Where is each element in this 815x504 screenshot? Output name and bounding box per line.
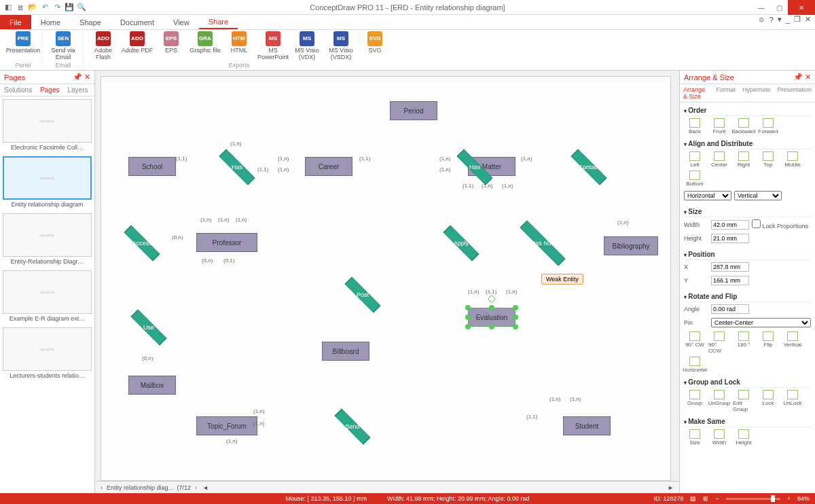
relation-access[interactable]: Access [122, 233, 162, 253]
rotate-handle[interactable] [488, 295, 495, 302]
ribbon-btn-svg[interactable]: SVGSVG [359, 31, 391, 61]
tab-shape[interactable]: Shape [70, 15, 111, 29]
align-bottom[interactable]: Bottom [684, 170, 706, 187]
ribbon-btn-eps[interactable]: EPSEPS [155, 31, 187, 61]
minimize-button[interactable]: — [753, 0, 770, 15]
selection-handle[interactable] [513, 305, 518, 310]
relation-post[interactable]: Post [342, 285, 383, 305]
relation-has1[interactable]: Has [217, 157, 257, 177]
pin-icon[interactable]: 📌 [793, 73, 803, 81]
rotate-90-cw[interactable]: 90° CW [684, 331, 706, 354]
qat-app-icon[interactable]: ◧ [3, 2, 14, 13]
align-center[interactable]: Center [708, 151, 730, 168]
rp-tab-arrange[interactable]: Arrange & Size [680, 84, 712, 102]
close-panel-icon[interactable]: ✕ [805, 73, 811, 81]
mdi-restore-icon[interactable]: ❐ [794, 15, 801, 24]
angle-input[interactable] [711, 304, 749, 314]
pin-select[interactable]: Center-Center [711, 318, 811, 327]
section-group[interactable]: Group and Lock [684, 377, 811, 388]
zoom-out-icon[interactable]: − [715, 495, 719, 502]
left-tab-pages[interactable]: Pages [36, 84, 63, 96]
order-forward[interactable]: Forward [757, 118, 779, 134]
relation-ithasnotes[interactable]: It Has Notes [515, 233, 570, 253]
rp-tab-hypernote[interactable]: Hypernote [739, 84, 774, 102]
close-button[interactable]: ✕ [788, 0, 815, 15]
ribbon-btn-ms-visio-vsdx-[interactable]: MS MS Visio (VSDX) [325, 31, 357, 61]
sheet-prev-icon[interactable]: ‹ [99, 484, 104, 491]
align-right[interactable]: Right [733, 151, 755, 168]
height-input[interactable] [711, 234, 749, 243]
options-icon[interactable]: ⛭ [758, 16, 765, 24]
selection-handle[interactable] [489, 324, 494, 329]
tab-document[interactable]: Document [111, 15, 164, 29]
qat-redo-icon[interactable]: ↷ [52, 2, 62, 13]
relation-apply[interactable]: Apply [441, 233, 482, 253]
selection-handle[interactable] [465, 305, 471, 310]
entity-topic[interactable]: Topic_Forum [196, 416, 257, 435]
section-rotate[interactable]: Rotate and Flip [684, 291, 811, 302]
ribbon-btn-adobe-flash[interactable]: ADOAdobe Flash [87, 31, 120, 61]
selection-handle[interactable] [513, 314, 518, 320]
order-front[interactable]: Front [708, 118, 730, 134]
tab-file[interactable]: File [0, 15, 31, 29]
width-input[interactable] [711, 220, 749, 230]
entity-student[interactable]: Student [563, 416, 611, 435]
selection-handle[interactable] [489, 305, 494, 310]
group-group[interactable]: Group [684, 390, 706, 412]
order-backward[interactable]: Backward [733, 118, 755, 134]
entity-mailbox[interactable]: Mailbox [128, 376, 176, 395]
sheet-scroll-left-icon[interactable]: ◄ [201, 484, 210, 491]
page-thumb[interactable]: ▭▭▭Entity-Relationship Diagr… [3, 213, 92, 265]
collapse-ribbon-icon[interactable]: ▾ [778, 15, 782, 24]
page-thumb[interactable]: ▭▭▭Entity relationship diagram [3, 156, 92, 208]
maximize-button[interactable]: ▢ [770, 0, 788, 15]
relation-contain[interactable]: Contain [568, 157, 609, 177]
rotate-vertical[interactable]: Vertical [782, 331, 803, 354]
mdi-close-icon[interactable]: ✕ [805, 15, 811, 24]
same-size[interactable]: Size [684, 429, 706, 446]
section-size[interactable]: Size [684, 206, 811, 217]
entity-school[interactable]: School [128, 157, 176, 176]
left-tab-layers[interactable]: Layers [64, 84, 92, 96]
mdi-min-icon[interactable]: _ [786, 16, 790, 24]
section-order[interactable]: Order [684, 105, 811, 116]
ribbon-btn-ms-visio-vdx-[interactable]: MS MS Visio (VDX) [291, 31, 323, 61]
rp-tab-format[interactable]: Format [712, 84, 739, 102]
ribbon-btn-ms-powerpoint[interactable]: MS MS PowerPoint [257, 31, 289, 61]
sheet-current[interactable]: Entity relationship diag… [107, 484, 175, 491]
group-ungroup[interactable]: UnGroup [708, 390, 730, 412]
same-width[interactable]: Width [708, 429, 730, 446]
x-input[interactable] [711, 262, 749, 272]
rotate-flip[interactable]: Flip [757, 331, 779, 354]
selection-handle[interactable] [465, 314, 471, 320]
qat-save-icon[interactable]: 💾 [64, 2, 75, 13]
zoom-slider[interactable] [726, 498, 780, 500]
same-height[interactable]: Height [733, 429, 755, 446]
tab-view[interactable]: View [164, 15, 199, 29]
relation-use[interactable]: Use [128, 317, 169, 338]
group-unlock[interactable]: UnLock [782, 390, 803, 412]
page-thumb[interactable]: ▭▭▭Electronic Facsimile Coll… [3, 99, 92, 151]
tab-home[interactable]: Home [31, 15, 70, 29]
help-icon[interactable]: ? [769, 16, 774, 24]
ribbon-btn-adobe-pdf[interactable]: ADOAdobe PDF [121, 31, 153, 61]
rotate-horizontal[interactable]: Horizontal [684, 357, 706, 373]
section-same[interactable]: Make Same [684, 416, 811, 427]
pin-icon[interactable]: 📌 [73, 73, 82, 81]
tab-share[interactable]: Share [199, 15, 238, 29]
left-tab-solutions[interactable]: Solutions [0, 84, 36, 96]
ribbon-btn-graphic-file[interactable]: GRAGraphic file [189, 31, 221, 61]
align-top[interactable]: Top [757, 151, 779, 168]
align-left[interactable]: Left [684, 151, 706, 168]
lock-proportions-checkbox[interactable] [752, 219, 761, 228]
entity-period[interactable]: Period [390, 101, 437, 120]
entity-billboard[interactable]: Billboard [322, 342, 369, 361]
sheet-next-icon[interactable]: › [194, 484, 198, 491]
close-panel-icon[interactable]: ✕ [84, 73, 90, 81]
section-position[interactable]: Position [684, 249, 811, 260]
rp-tab-presentation[interactable]: Presentation [774, 84, 815, 102]
rotate-180-[interactable]: 180 ° [733, 331, 755, 354]
relation-send[interactable]: Send [332, 416, 373, 437]
y-input[interactable] [711, 276, 749, 285]
qat-new-icon[interactable]: 🗎 [15, 2, 26, 13]
